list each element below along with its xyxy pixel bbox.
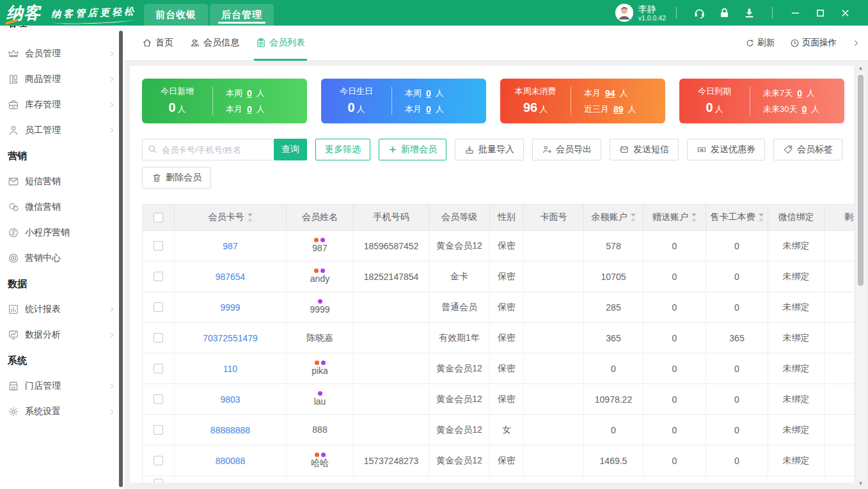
sidebar-item-data-analysis[interactable]: 数据分析 <box>0 322 125 348</box>
row-checkbox[interactable] <box>154 333 163 343</box>
sidebar-item-sms-marketing[interactable]: 短信营销 <box>0 169 125 194</box>
headset-icon[interactable] <box>693 7 706 19</box>
minimize-icon[interactable] <box>790 8 801 19</box>
member-card-link[interactable]: 88888888 <box>210 425 250 435</box>
content-panel: 今日新增0人本周0人本月0人今日生日0人本周0人本月0人本周未消费96人本月94… <box>130 66 854 483</box>
stat-line-value[interactable]: 89 <box>613 104 624 114</box>
delete-member-button[interactable]: 删除会员 <box>142 167 211 189</box>
stat-line-value[interactable]: 0 <box>426 104 431 114</box>
cell-remaining <box>825 323 854 353</box>
sidebar-item-staff-management[interactable]: 员工管理 <box>0 118 125 143</box>
topbar-tab-backend-management[interactable]: 后台管理 <box>210 4 274 26</box>
stat-card-week-not-consumed: 本周未消费96人本月94人近三月89人 <box>500 79 665 123</box>
sidebar-item-system-settings[interactable]: 系统设置 <box>0 399 125 424</box>
sidebar-item-wechat-marketing[interactable]: 微信营销 <box>0 194 125 220</box>
row-checkbox[interactable] <box>154 394 163 404</box>
sort-icon[interactable] <box>759 213 764 221</box>
sort-icon[interactable] <box>631 213 636 221</box>
tab-label: 会员信息 <box>203 37 239 49</box>
sidebar-item-statistics-report[interactable]: 统计报表 <box>0 297 125 322</box>
more-filters-button[interactable]: 更多筛选 <box>315 139 370 160</box>
row-checkbox[interactable] <box>154 272 163 281</box>
member-card-link[interactable]: 110 <box>223 364 237 374</box>
stat-line: 本周0人 <box>405 88 486 99</box>
row-checkbox[interactable] <box>154 302 163 312</box>
chevron-right-icon[interactable] <box>852 39 860 47</box>
member-card-link[interactable]: 9999 <box>220 302 240 313</box>
tab-member-list[interactable]: 会员列表 <box>256 26 305 61</box>
search-button[interactable]: 查询 <box>274 139 307 160</box>
column-header-gender: 性别 <box>490 205 524 230</box>
table-header-row: 会员卡号会员姓名手机号码会员等级性别卡面号余额账户赠送账户售卡工本费微信绑定剩余 <box>143 204 854 231</box>
refresh-button[interactable]: 刷新 <box>745 37 775 49</box>
search-input[interactable] <box>142 139 274 160</box>
stat-line-value[interactable]: 0 <box>797 88 802 98</box>
page-actions-button[interactable]: 页面操作 <box>790 37 837 49</box>
member-card-link[interactable]: 70372551479 <box>203 333 258 343</box>
row-checkbox[interactable] <box>154 241 163 251</box>
cell-name: 888 <box>287 415 354 445</box>
send-sms-button[interactable]: 发送短信 <box>610 139 679 160</box>
column-header-card_cost[interactable]: 售卡工本费 <box>706 205 768 230</box>
close-icon[interactable] <box>840 8 851 19</box>
tab-member-info[interactable]: 会员信息 <box>190 26 239 61</box>
member-name-text: andy <box>310 274 329 285</box>
column-header-gift[interactable]: 赠送账户 <box>643 205 706 230</box>
add-member-button[interactable]: 新增会员 <box>379 139 446 160</box>
download-icon[interactable] <box>743 7 755 19</box>
stat-card-value: 0人 <box>142 98 212 117</box>
user-block[interactable]: 李静 v1.0.0.42 <box>638 4 666 22</box>
sidebar-scrollbar[interactable] <box>119 31 123 487</box>
cell-gift: 0 <box>643 261 706 291</box>
topbar-tab-front-cashier[interactable]: 前台收银 <box>144 4 208 26</box>
sort-icon[interactable] <box>691 213 697 221</box>
scroll-down-arrow-icon[interactable]: ▼ <box>856 479 865 488</box>
member-name: 哈哈 <box>311 453 329 469</box>
row-checkbox[interactable] <box>154 425 163 435</box>
member-name: 9999 <box>310 299 329 316</box>
sidebar-item-member-management[interactable]: 会员管理 <box>0 41 125 66</box>
cell-card_face <box>524 292 584 322</box>
member-export-button[interactable]: 会员导出 <box>532 139 601 160</box>
member-card-link[interactable]: 987 <box>223 241 237 251</box>
sidebar-item-goods-management[interactable]: 商品管理 <box>0 66 125 92</box>
member-card-link[interactable]: 987654 <box>216 272 246 282</box>
cell-gift: 0 <box>643 384 706 414</box>
stat-line-value[interactable]: 0 <box>247 104 252 114</box>
sidebar-item-marketing-center[interactable]: 营销中心 <box>0 245 125 271</box>
avatar[interactable] <box>615 4 633 22</box>
stat-line-value[interactable]: 0 <box>801 104 807 114</box>
table-row: 110pika黄金会员12保密000未绑定 <box>143 353 854 384</box>
sidebar-item-inventory-management[interactable]: 库存管理 <box>0 92 125 118</box>
batch-import-button[interactable]: 批量导入 <box>455 139 524 160</box>
row-checkbox[interactable] <box>154 456 163 465</box>
member-card-link[interactable]: 880088 <box>216 456 246 466</box>
scrollbar-thumb[interactable] <box>858 75 864 286</box>
column-header-balance[interactable]: 余额账户 <box>584 205 643 230</box>
column-header-card_no[interactable]: 会员卡号 <box>175 205 287 230</box>
page-operations-icon <box>790 38 800 48</box>
maximize-icon[interactable] <box>815 8 826 19</box>
stat-line-value[interactable]: 0 <box>426 88 431 98</box>
sort-icon[interactable] <box>248 213 253 221</box>
stat-line-value[interactable]: 94 <box>605 88 615 98</box>
member-card-link[interactable]: 9803 <box>220 394 240 405</box>
column-label: 余额账户 <box>592 212 627 223</box>
row-checkbox[interactable] <box>154 479 163 483</box>
logo-text: 纳客 <box>6 3 41 22</box>
cell-card_cost: 0 <box>706 353 768 384</box>
refresh-label: 刷新 <box>757 37 775 49</box>
lock-icon[interactable] <box>718 7 730 19</box>
column-label: 会员等级 <box>441 212 477 223</box>
content-scrollbar[interactable]: ▲ ▼ <box>856 64 865 488</box>
row-checkbox[interactable] <box>154 364 163 373</box>
sidebar-item-store-management[interactable]: 门店管理 <box>0 373 125 399</box>
member-tag-button[interactable]: 会员标签 <box>773 139 842 160</box>
scroll-up-arrow-icon[interactable]: ▲ <box>856 64 865 72</box>
cell-wechat: 未绑定 <box>768 292 825 322</box>
header-checkbox[interactable] <box>154 213 163 222</box>
tab-home[interactable]: 首页 <box>142 26 173 61</box>
stat-line-value[interactable]: 0 <box>247 88 252 98</box>
sidebar-item-miniprogram-marketing[interactable]: 小程序营销 <box>0 220 125 245</box>
send-coupon-button[interactable]: 发送优惠券 <box>687 139 765 160</box>
